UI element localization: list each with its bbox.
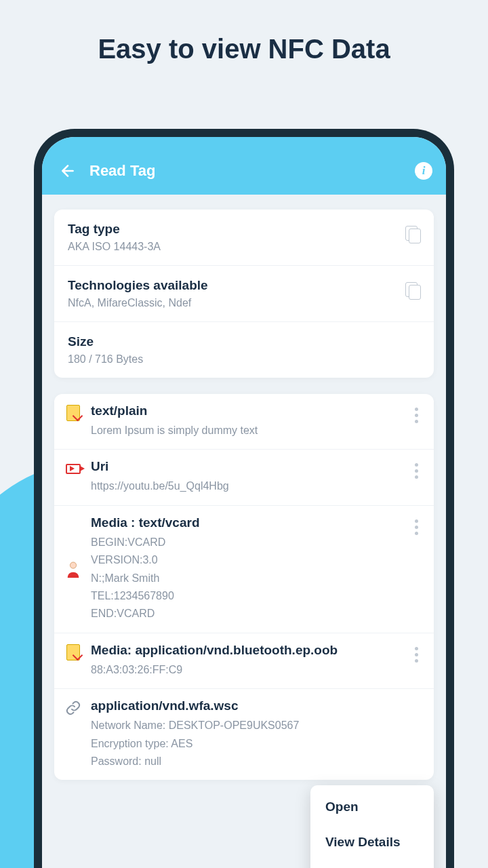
tag-type-label: Tag type [68,222,397,237]
record-body: Network Name: DESKTOP-OPE9UKS0567 Encryp… [91,717,423,770]
record-text-plain[interactable]: text/plain Lorem Ipsum is simply dummy t… [54,394,434,450]
menu-open[interactable]: Open [310,789,434,825]
record-title: text/plain [91,403,400,418]
record-uri[interactable]: Uri https://youtu.be/5u_Qql4Hbg [54,450,434,505]
phone-frame: Read Tag i Tag type AKA ISO 14443-3A Tec… [34,129,454,868]
content-area: Tag type AKA ISO 14443-3A Technologies a… [42,195,446,811]
more-icon[interactable] [409,403,423,423]
info-icon[interactable]: i [415,162,432,180]
record-body: BEGIN:VCARD VERSION:3.0 N:;Mark Smith TE… [91,534,400,623]
record-wifi[interactable]: application/vnd.wfa.wsc Network Name: DE… [54,689,434,780]
record-body: https://youtu.be/5u_Qql4Hbg [91,477,400,495]
tag-type-row: Tag type AKA ISO 14443-3A [54,210,434,266]
phone-screen: Read Tag i Tag type AKA ISO 14443-3A Tec… [42,137,446,868]
record-bluetooth[interactable]: Media: application/vnd.bluetooth.ep.oob … [54,633,434,689]
technologies-label: Technologies available [68,278,397,293]
tag-type-value: AKA ISO 14443-3A [68,241,397,253]
record-body: 88:A3:03:26:FF:C9 [91,661,400,679]
link-icon [65,700,81,716]
menu-copy[interactable]: Copy [310,860,434,868]
copy-icon[interactable] [405,226,420,243]
technologies-value: NfcA, MifareClassic, Ndef [68,297,397,309]
more-icon[interactable] [409,459,423,479]
records-card: text/plain Lorem Ipsum is simply dummy t… [54,394,434,780]
size-row: Size 180 / 716 Bytes [54,322,434,378]
note-icon [65,405,81,421]
more-icon[interactable] [409,515,423,535]
back-arrow-icon[interactable] [56,159,80,183]
copy-icon[interactable] [405,282,420,300]
record-title: Media : text/vcard [91,515,400,530]
record-body: Lorem Ipsum is simply dummy text [91,422,400,439]
page-headline: Easy to view NFC Data [0,0,488,105]
record-title: Media: application/vnd.bluetooth.ep.oob [91,643,400,658]
top-bar: Read Tag i [42,137,446,195]
record-title: Uri [91,459,400,474]
record-title: application/vnd.wfa.wsc [91,698,423,713]
note-icon [65,644,81,660]
menu-view-details[interactable]: View Details [310,825,434,860]
size-label: Size [68,334,420,349]
record-vcard[interactable]: Media : text/vcard BEGIN:VCARD VERSION:3… [54,506,434,633]
size-value: 180 / 716 Bytes [68,353,420,366]
tag-info-card: Tag type AKA ISO 14443-3A Technologies a… [54,210,434,378]
video-icon [65,460,81,477]
context-menu: Open View Details Copy [310,785,434,868]
technologies-row: Technologies available NfcA, MifareClass… [54,266,434,322]
topbar-title: Read Tag [89,162,415,180]
svg-point-0 [70,562,76,568]
more-icon[interactable] [409,643,423,663]
person-icon [65,561,81,578]
